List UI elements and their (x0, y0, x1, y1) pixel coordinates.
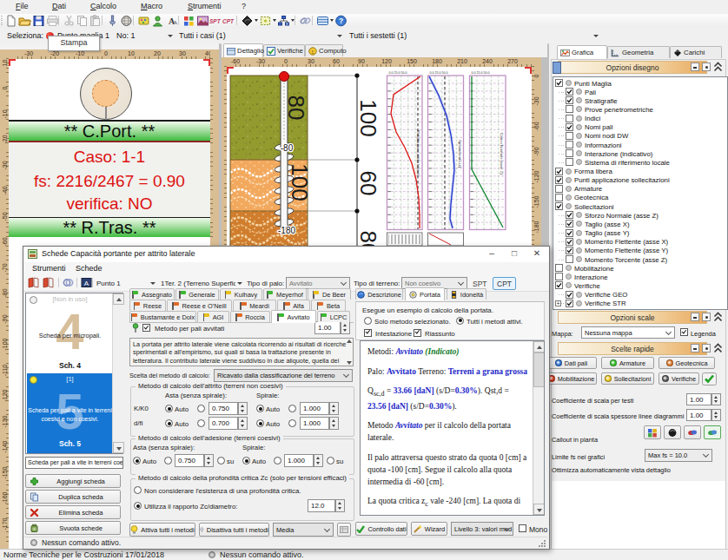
menu-file[interactable]: File (16, 2, 29, 10)
callout-squares-button[interactable] (644, 425, 661, 439)
section1-dot-button[interactable] (702, 63, 711, 71)
scrollbar-thumb[interactable] (533, 352, 545, 387)
book-red-icon[interactable] (43, 277, 54, 288)
aggiungi-scheda-button[interactable]: Aggiungi scheda (25, 474, 121, 488)
dfi-spirale-spinner[interactable] (329, 417, 339, 430)
callout-green-button[interactable] (704, 425, 721, 439)
cases-combo-value[interactable]: Tutti i casi (1) (179, 31, 226, 40)
adesione-spirale-auto-radio[interactable] (242, 457, 250, 464)
adesione-asta-value-radio[interactable] (164, 457, 172, 464)
report-scrollbar[interactable] (533, 341, 545, 515)
mappa-combo[interactable]: Nessuna mappa (581, 326, 675, 339)
dialog-minimize-button[interactable]: – (480, 247, 503, 261)
section2-dot-button[interactable] (702, 313, 711, 321)
user-icon[interactable] (151, 15, 164, 27)
section2-min-button[interactable] (691, 313, 699, 321)
livello-combo[interactable]: Livello 3: valori med (451, 522, 513, 536)
tree-item-nomi-pali[interactable]: Nomi pali (553, 123, 725, 132)
expand-icon[interactable]: + (555, 300, 561, 306)
new-file-icon[interactable] (4, 15, 17, 27)
tree-checkbox[interactable] (555, 281, 563, 289)
metodo-avvitati-checkbox[interactable] (142, 324, 150, 332)
section-scelte-rapide[interactable]: Scelte rapide (558, 342, 707, 355)
tree-checkbox[interactable] (566, 105, 573, 113)
dropdown-arrow-icon[interactable] (330, 19, 334, 22)
dlg-layer-combo-arrow[interactable] (237, 282, 242, 285)
menu-dati[interactable]: Dati (52, 2, 66, 10)
method-tab-assegnato[interactable]: Assegnato (129, 288, 175, 300)
tree-item-forma-libera[interactable]: +Forma libera (553, 168, 725, 176)
card-sch5-selected[interactable]: [1] 5 Scheda per pali a vite in terreni … (27, 373, 113, 453)
tree-item-sistema-di-riferimento-locale[interactable]: Sistema di riferimento locale (553, 158, 725, 167)
tree-checkbox[interactable] (566, 220, 573, 227)
callout-pile-button[interactable] (684, 425, 701, 439)
quick-geotecnica-button[interactable]: Geotecnica (659, 357, 715, 369)
link-icon[interactable] (299, 15, 312, 27)
cpt-button[interactable]: CPT (493, 277, 516, 290)
tab-verifiche[interactable]: Verifiche (263, 44, 305, 56)
section-opzioni-disegno[interactable]: Opzioni disegno (558, 61, 707, 74)
callout-sphere-button[interactable] (664, 425, 681, 439)
method-tab-meardi[interactable]: Meardi (233, 300, 276, 311)
dlg-point-combo-arrow[interactable] (150, 282, 156, 285)
dfi-spirale-auto-radio[interactable] (256, 419, 264, 427)
scroll-down-icon[interactable] (113, 442, 124, 453)
tree-checkbox[interactable] (566, 211, 573, 219)
kk0-asta-spinner[interactable] (238, 402, 248, 415)
selection-grid-icon[interactable] (259, 15, 272, 27)
scroll-down-icon[interactable] (347, 361, 352, 365)
tree-checkbox[interactable] (555, 264, 563, 272)
no-profondita-radio[interactable] (134, 486, 142, 494)
quick-mobilitazione-button[interactable]: Mobilitazione (546, 372, 597, 385)
copy-icon[interactable] (76, 15, 89, 27)
scroll-up-icon[interactable] (347, 339, 352, 343)
tree-item-armature[interactable]: +Armature (553, 185, 725, 194)
book-red-icon[interactable] (28, 277, 39, 288)
rapporto-value[interactable]: 12.0 (308, 499, 335, 512)
kk0-spirale-value-radio[interactable] (288, 405, 296, 412)
kk0-asta-value-radio[interactable] (197, 405, 205, 412)
tree-checkbox[interactable] (566, 229, 573, 237)
menu-macro[interactable]: Macro (141, 2, 162, 10)
palette-icon[interactable] (137, 15, 150, 27)
paste-icon[interactable] (89, 15, 102, 27)
adesione-spirale-su-radio[interactable] (327, 457, 334, 464)
card-sch4[interactable]: [Non in uso] 4 Scheda per micropali. Sch… (27, 293, 113, 373)
tree-item-prove-penetrometriche[interactable]: Prove penetrometriche (553, 105, 725, 114)
quick-verifiche-button[interactable]: Verifiche (659, 372, 699, 385)
rapporto-radio[interactable] (134, 502, 142, 510)
method-tab-beta[interactable]: Beta (311, 300, 346, 311)
disattiva-tutti-button[interactable]: Disattiva tutti i metodi (199, 523, 269, 537)
tab-geometria[interactable]: Geometria (607, 46, 670, 58)
point-combo-arrow[interactable] (168, 35, 173, 37)
cpt-icon[interactable]: CPT (222, 15, 235, 27)
open-folder-icon[interactable] (18, 15, 31, 27)
attiva-tutti-button[interactable]: Attiva tutti i metodi (129, 523, 195, 537)
section3-min-button[interactable] (691, 344, 699, 352)
tutti-metodi-radio[interactable] (456, 317, 464, 325)
tree-checkbox[interactable] (566, 88, 573, 96)
save-icon[interactable] (32, 15, 45, 27)
tree-checkbox[interactable] (566, 158, 573, 166)
tree-checkbox[interactable] (555, 79, 563, 87)
tab-dettaglio[interactable]: Dettaglio (223, 43, 263, 57)
tree-item-mobilitazione[interactable]: Mobilitazione (553, 264, 725, 273)
adesione-asta-spinner[interactable] (204, 454, 214, 467)
kk0-spirale-spinner[interactable] (329, 402, 339, 415)
tree-checkbox[interactable] (566, 255, 573, 263)
pin-icon[interactable] (106, 15, 119, 27)
limite-combo[interactable]: Max fs = 10.0 (645, 449, 712, 462)
menu-strumenti[interactable]: Strumenti (188, 2, 222, 10)
kk0-spirale-auto-radio[interactable] (256, 405, 264, 412)
tree-item-sollecitazioni[interactable]: −Sollecitazioni (553, 202, 725, 211)
tree-checkbox[interactable] (566, 300, 573, 307)
tag-icon[interactable]: A (81, 277, 92, 288)
layout-window-icon[interactable] (316, 15, 329, 27)
globe-icon[interactable] (120, 15, 133, 27)
dialog-tab-idoneit[interactable]: Idoneità (447, 288, 486, 300)
quick-check-button[interactable] (702, 372, 717, 385)
section1-min-button[interactable] (691, 63, 699, 71)
tree-checkbox[interactable] (555, 202, 563, 210)
media-combo[interactable]: Media (273, 523, 334, 537)
dialog-tab-descrizione[interactable]: Descrizione (355, 288, 403, 300)
